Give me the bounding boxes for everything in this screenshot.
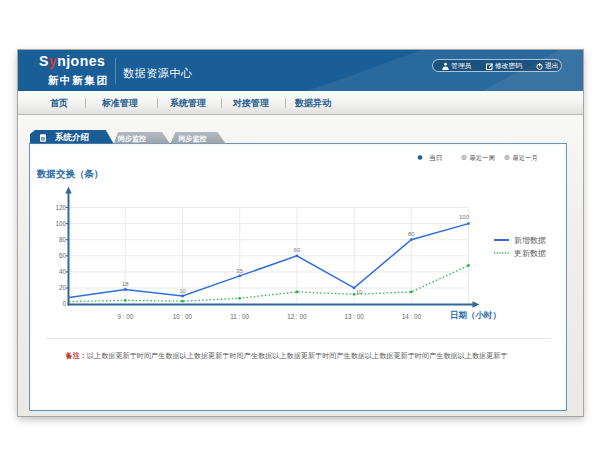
svg-text:100: 100 [459,214,470,220]
svg-text:12 : 00: 12 : 00 [287,313,307,320]
svg-text:40: 40 [59,268,67,275]
svg-text:10: 10 [179,288,186,294]
svg-text:最近一周: 最近一周 [470,154,495,161]
svg-text:14 : 00: 14 : 00 [402,313,422,320]
svg-text:18: 18 [122,281,129,287]
svg-text:20: 20 [59,284,67,291]
svg-text:新增数据: 新增数据 [514,236,546,245]
svg-text:当日: 当日 [429,154,443,162]
svg-text:100: 100 [55,220,66,227]
svg-text:13 : 00: 13 : 00 [344,313,364,320]
svg-text:60: 60 [59,252,67,259]
svg-text:10: 10 [356,289,363,295]
svg-text:日期（小时）: 日期（小时） [450,310,501,320]
svg-text:0: 0 [62,300,66,307]
svg-text:11 : 00: 11 : 00 [230,313,249,320]
svg-text:10 : 00: 10 : 00 [173,313,193,320]
svg-text:9 : 00: 9 : 00 [117,313,133,320]
svg-text:35: 35 [236,268,243,274]
svg-text:120: 120 [55,204,66,211]
svg-text:最近一月: 最近一月 [513,154,538,162]
svg-text:80: 80 [408,231,415,237]
svg-text:更新数据: 更新数据 [514,249,546,258]
svg-text:80: 80 [59,236,67,243]
svg-text:60: 60 [294,247,301,253]
svg-text:数据交换（条）: 数据交换（条） [36,168,104,180]
